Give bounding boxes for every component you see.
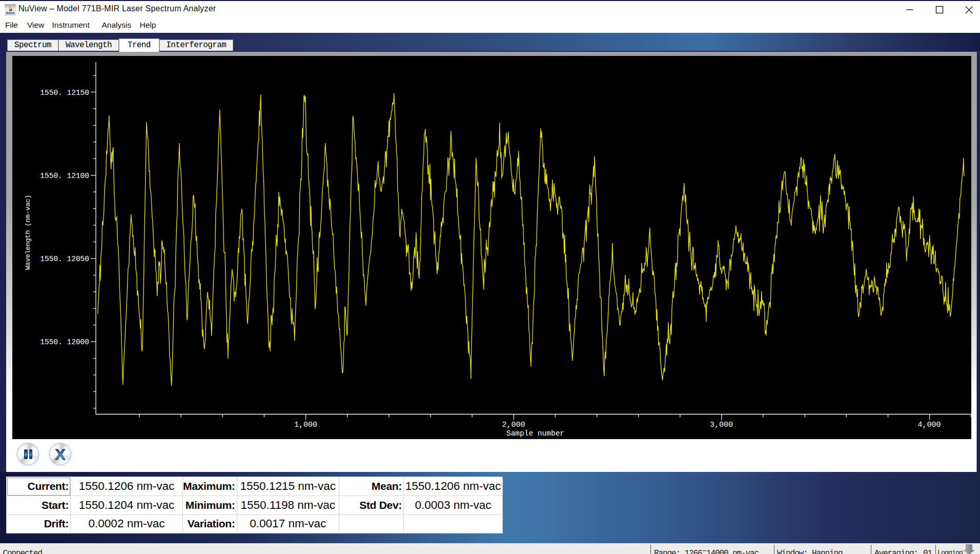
svg-text:1550. 12050: 1550. 12050	[40, 255, 89, 263]
svg-text:3,000: 3,000	[710, 421, 733, 429]
svg-text:1550. 12000: 1550. 12000	[40, 338, 89, 346]
svg-text:4,000: 4,000	[917, 421, 941, 429]
svg-text:1,000: 1,000	[294, 421, 317, 429]
svg-text:Sample number: Sample number	[506, 429, 564, 438]
svg-text:1550. 12150: 1550. 12150	[40, 89, 89, 97]
svg-text:1550. 12100: 1550. 12100	[40, 172, 89, 180]
svg-text:X: X	[55, 446, 65, 463]
svg-text:NuView: NuView	[6, 12, 15, 14]
svg-text:2,000: 2,000	[502, 421, 525, 429]
